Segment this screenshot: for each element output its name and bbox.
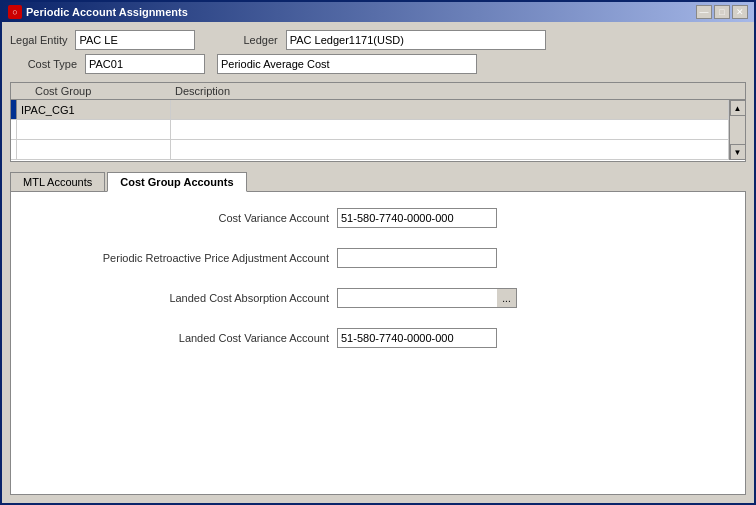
- main-window: ○ Periodic Account Assignments — □ ✕ Leg…: [0, 0, 756, 505]
- content-area: Legal Entity Ledger Cost Type Cost Group…: [2, 22, 754, 503]
- tab-panel-cost-group: Cost Variance Account Periodic Retroacti…: [10, 191, 746, 495]
- scroll-up-button[interactable]: ▲: [730, 100, 746, 116]
- landed-absorption-label: Landed Cost Absorption Account: [19, 292, 329, 304]
- ledger-input[interactable]: [286, 30, 546, 50]
- legal-entity-input[interactable]: [75, 30, 195, 50]
- cg-table-header: Cost Group Description: [11, 83, 745, 100]
- periodic-retro-input[interactable]: [337, 248, 497, 268]
- scroll-down-button[interactable]: ▼: [730, 144, 746, 160]
- cost-group-cell: IPAC_CG1: [17, 100, 171, 119]
- cg-col2-header: Description: [175, 85, 741, 97]
- landed-absorption-row: Landed Cost Absorption Account ...: [19, 288, 737, 308]
- cost-type-desc-input[interactable]: [217, 54, 477, 74]
- cost-type-row: Cost Type: [10, 54, 746, 74]
- cost-group-section: Cost Group Description IPAC_CG1: [10, 82, 746, 162]
- table-row[interactable]: [11, 140, 729, 160]
- cost-group-cell: [17, 140, 171, 159]
- description-cell: [171, 140, 729, 159]
- description-cell: [171, 100, 729, 119]
- table-row[interactable]: [11, 120, 729, 140]
- minimize-button[interactable]: —: [696, 5, 712, 19]
- cost-type-input[interactable]: [85, 54, 205, 74]
- app-icon: ○: [8, 5, 22, 19]
- maximize-button[interactable]: □: [714, 5, 730, 19]
- periodic-retro-row: Periodic Retroactive Price Adjustment Ac…: [19, 248, 737, 268]
- landed-absorption-field-group: ...: [337, 288, 517, 308]
- periodic-retro-label: Periodic Retroactive Price Adjustment Ac…: [19, 252, 329, 264]
- tab-mtl-accounts[interactable]: MTL Accounts: [10, 172, 105, 192]
- tabs-row: MTL Accounts Cost Group Accounts: [10, 172, 746, 192]
- landed-variance-label: Landed Cost Variance Account: [19, 332, 329, 344]
- cost-variance-label: Cost Variance Account: [19, 212, 329, 224]
- cg-table-body: IPAC_CG1: [11, 100, 745, 160]
- landed-absorption-input[interactable]: [337, 288, 497, 308]
- tab-cost-group-accounts[interactable]: Cost Group Accounts: [107, 172, 246, 192]
- title-bar-left: ○ Periodic Account Assignments: [8, 5, 188, 19]
- legal-entity-row: Legal Entity Ledger: [10, 30, 746, 50]
- description-cell: [171, 120, 729, 139]
- landed-variance-row: Landed Cost Variance Account: [19, 328, 737, 348]
- cost-variance-input[interactable]: [337, 208, 497, 228]
- cg-col1-header: Cost Group: [15, 85, 175, 97]
- window-title: Periodic Account Assignments: [26, 6, 188, 18]
- table-row[interactable]: IPAC_CG1: [11, 100, 729, 120]
- title-bar: ○ Periodic Account Assignments — □ ✕: [2, 2, 754, 22]
- cg-rows: IPAC_CG1: [11, 100, 729, 160]
- cost-type-label: Cost Type: [10, 58, 77, 70]
- ledger-label: Ledger: [243, 34, 277, 46]
- title-buttons: — □ ✕: [696, 5, 748, 19]
- legal-entity-label: Legal Entity: [10, 34, 67, 46]
- landed-variance-input[interactable]: [337, 328, 497, 348]
- cost-variance-row: Cost Variance Account: [19, 208, 737, 228]
- tabs-area: MTL Accounts Cost Group Accounts Cost Va…: [10, 166, 746, 495]
- cost-group-cell: [17, 120, 171, 139]
- ellipsis-button[interactable]: ...: [497, 288, 517, 308]
- cg-scrollbar: ▲ ▼: [729, 100, 745, 160]
- close-button[interactable]: ✕: [732, 5, 748, 19]
